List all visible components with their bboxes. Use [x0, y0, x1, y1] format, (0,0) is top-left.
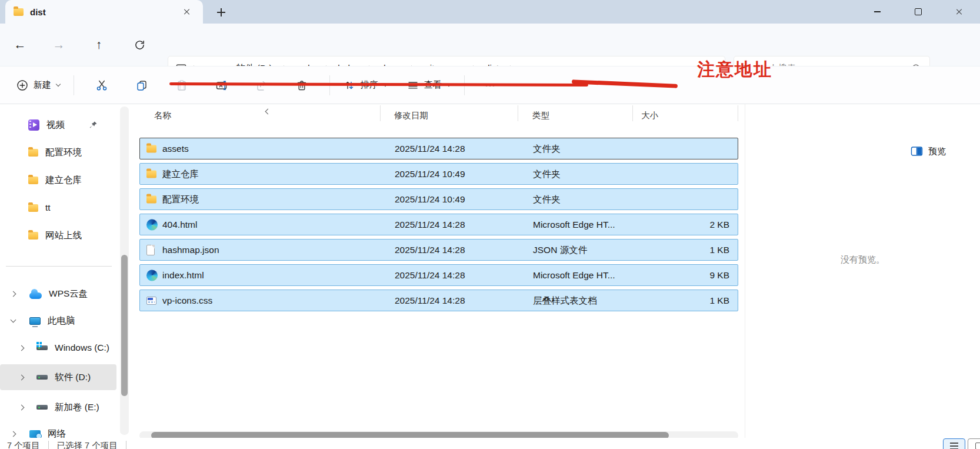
sidebar-item-create-repo[interactable]: 建立仓库	[0, 167, 116, 193]
details-view-icon	[950, 445, 958, 447]
refresh-button[interactable]	[126, 32, 152, 58]
sidebar-item-drive-e[interactable]: 新加卷 (E:)	[0, 394, 116, 420]
cloud-icon	[29, 292, 42, 299]
folder-icon	[146, 195, 156, 203]
sidebar-item-label: WPS云盘	[49, 288, 88, 300]
css-file-icon	[146, 297, 156, 305]
navigation-pane: 视频 配置环境 建立仓库 tt 网站上线 WPS云盘 此电脑	[0, 104, 135, 439]
column-divider[interactable]	[518, 105, 518, 121]
back-button[interactable]: ←	[7, 32, 33, 58]
expand-chevron-icon[interactable]	[11, 431, 16, 437]
sidebar-item-site-online[interactable]: 网站上线	[0, 222, 116, 248]
windows-drive-icon	[36, 345, 48, 350]
file-type: Microsoft Edge HT...	[533, 219, 615, 230]
close-icon	[956, 8, 963, 15]
file-row[interactable]: 建立仓库 2025/11/24 10:49 文件夹	[139, 163, 738, 185]
selected-count: 已选择 7 个项目	[57, 438, 118, 449]
file-row[interactable]: index.html 2025/11/24 14:28 Microsoft Ed…	[139, 264, 738, 286]
file-row[interactable]: vp-icons.css 2025/11/24 14:28 层叠样式表文档 1 …	[139, 290, 738, 311]
status-bar: 7 个项目 已选择 7 个项目	[0, 438, 980, 449]
maximize-icon	[915, 8, 922, 15]
folder-icon	[146, 170, 156, 178]
expand-chevron-icon[interactable]	[19, 374, 25, 380]
annotation-text: 注意地址	[697, 58, 772, 82]
up-button[interactable]: ↑	[86, 32, 112, 58]
cut-icon	[96, 79, 108, 91]
network-icon	[29, 430, 41, 438]
file-date: 2025/11/24 14:28	[395, 245, 465, 255]
details-view-button[interactable]	[943, 438, 965, 449]
sidebar-item-drive-c[interactable]: Windows (C:)	[0, 335, 116, 361]
close-window-button[interactable]	[939, 0, 980, 24]
preview-empty-text: 没有预览。	[841, 254, 885, 265]
edge-html-icon	[146, 219, 158, 230]
file-type: 层叠样式表文档	[533, 294, 597, 307]
explorer-tab[interactable]: dist	[5, 0, 203, 24]
file-name: index.html	[162, 270, 204, 281]
sidebar-item-label: 配置环境	[45, 147, 82, 159]
file-type: Microsoft Edge HT...	[533, 270, 615, 281]
collapse-chevron-icon[interactable]	[11, 317, 16, 323]
file-name: hashmap.json	[162, 245, 219, 255]
new-button-label: 新建	[34, 79, 51, 91]
file-size: 9 KB	[709, 270, 729, 281]
expand-chevron-icon[interactable]	[11, 291, 16, 297]
new-button[interactable]: 新建	[11, 72, 66, 98]
cut-button[interactable]	[86, 72, 117, 98]
file-row[interactable]: assets 2025/11/24 14:28 文件夹	[139, 138, 738, 159]
expand-chevron-icon[interactable]	[19, 345, 25, 351]
folder-icon	[28, 177, 38, 184]
file-type: 文件夹	[533, 193, 561, 205]
column-divider[interactable]	[632, 105, 633, 121]
copy-icon	[136, 79, 148, 91]
sidebar-item-drive-d[interactable]: 软件 (D:)	[0, 364, 116, 390]
sidebar-item-config-env[interactable]: 配置环境	[0, 139, 116, 165]
sidebar-item-tt[interactable]: tt	[0, 195, 116, 221]
sidebar-item-label: 建立仓库	[45, 174, 82, 187]
status-divider	[48, 441, 49, 449]
close-icon	[184, 8, 191, 15]
maximize-button[interactable]	[898, 0, 939, 24]
file-date: 2025/11/24 14:28	[395, 270, 465, 281]
sidebar-item-videos[interactable]: 视频	[0, 112, 116, 138]
folder-icon	[14, 8, 24, 16]
column-header-name[interactable]: 名称	[154, 110, 171, 121]
sidebar-item-this-pc[interactable]: 此电脑	[0, 308, 116, 334]
file-size: 1 KB	[709, 245, 729, 255]
icons-view-icon	[975, 443, 980, 449]
titlebar: dist	[0, 0, 980, 24]
sidebar-item-wps-cloud[interactable]: WPS云盘	[0, 281, 116, 307]
file-row[interactable]: 配置环境 2025/11/24 10:49 文件夹	[139, 188, 738, 210]
file-size: 2 KB	[709, 219, 729, 230]
column-divider[interactable]	[380, 105, 381, 121]
file-name: 404.html	[162, 219, 197, 230]
sort-ascending-icon	[265, 109, 271, 115]
edge-html-icon	[146, 270, 158, 281]
computer-icon	[29, 317, 41, 325]
minimize-button[interactable]	[856, 0, 898, 24]
navigation-bar: ← → ↑ ⋯ 软件 (D:) code boke docs .vitepres…	[0, 24, 980, 66]
column-header-date[interactable]: 修改日期	[394, 110, 428, 121]
file-date: 2025/11/24 10:49	[395, 194, 465, 205]
file-date: 2025/11/24 10:49	[395, 169, 465, 179]
column-divider[interactable]	[738, 105, 738, 121]
tab-close-button[interactable]	[179, 4, 195, 19]
file-date: 2025/11/24 14:28	[395, 295, 465, 306]
column-header-size[interactable]: 大小	[641, 110, 658, 121]
file-row[interactable]: hashmap.json 2025/11/24 14:28 JSON 源文件 1…	[139, 239, 738, 261]
column-header-type[interactable]: 类型	[532, 110, 549, 121]
videos-icon	[28, 119, 39, 131]
chevron-down-icon	[56, 82, 61, 87]
new-tab-button[interactable]	[213, 4, 229, 21]
sidebar-divider	[6, 266, 112, 267]
sidebar-item-label: 软件 (D:)	[55, 371, 91, 384]
expand-chevron-icon[interactable]	[19, 404, 25, 410]
file-row[interactable]: 404.html 2025/11/24 14:28 Microsoft Edge…	[139, 214, 738, 235]
file-type: 文件夹	[533, 168, 561, 180]
file-name: 配置环境	[162, 193, 199, 205]
icons-view-button[interactable]	[968, 438, 980, 449]
refresh-icon	[134, 39, 145, 51]
sidebar-scrollbar-thumb[interactable]	[121, 255, 128, 396]
forward-button[interactable]: →	[46, 32, 72, 58]
copy-button[interactable]	[126, 72, 157, 98]
